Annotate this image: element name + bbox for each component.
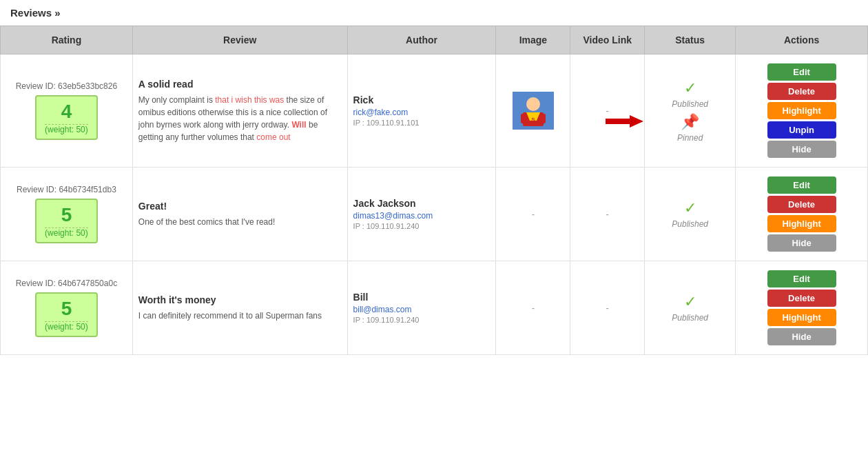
status-cell: ✓Published 📌 Pinned <box>645 54 736 168</box>
review-text: One of the best comics that I've read! <box>138 216 342 228</box>
edit-button[interactable]: Edit <box>767 63 836 81</box>
rating-weight: (weight: 50) <box>45 124 88 134</box>
col-review: Review <box>132 26 347 54</box>
author-cell: Bill bill@dimas.com IP : 109.110.91.240 <box>347 261 496 355</box>
highlight-button[interactable]: Highlight <box>767 102 836 119</box>
svg-marker-7 <box>606 115 643 128</box>
table-row: Review ID: 63eb5e33bc826 4 (weight: 50) … <box>1 54 868 168</box>
rating-box: 5 (weight: 50) <box>35 199 98 243</box>
hide-button[interactable]: Hide <box>767 328 836 345</box>
status-published-text: Published <box>672 313 708 323</box>
review-cell: Worth it's money I can definitely recomm… <box>132 261 347 355</box>
review-cell: A solid read My only complaint is that i… <box>132 54 347 168</box>
author-ip: IP : 109.110.91.240 <box>353 222 490 230</box>
reviews-link[interactable]: Reviews » <box>10 7 61 19</box>
svg-rect-6 <box>540 114 546 123</box>
image-cell: S <box>496 54 570 168</box>
author-ip: IP : 109.110.91.101 <box>353 119 490 127</box>
image-cell: - <box>496 261 570 355</box>
status-cell: ✓Published <box>645 261 736 355</box>
author-cell: Jack Jackson dimas13@dimas.com IP : 109.… <box>347 168 496 261</box>
author-email: rick@fake.com <box>353 108 490 117</box>
status-pinned-text: Pinned <box>677 133 703 143</box>
rating-value: 4 <box>45 101 88 123</box>
image-cell: - <box>496 168 570 261</box>
delete-button[interactable]: Delete <box>767 83 836 100</box>
author-ip: IP : 109.110.91.240 <box>353 316 490 324</box>
review-title: Great! <box>138 201 342 212</box>
review-image: S <box>513 92 554 130</box>
col-author: Author <box>347 26 496 54</box>
status-check-icon: ✓ <box>650 293 730 311</box>
rating-cell: Review ID: 64b6734f51db3 5 (weight: 50) <box>1 168 133 261</box>
rating-box: 4 (weight: 50) <box>35 95 98 140</box>
pinned-container: 📌 Pinned <box>650 113 730 143</box>
status-published-text: Published <box>672 219 708 229</box>
delete-button[interactable]: Delete <box>767 196 836 213</box>
edit-button[interactable]: Edit <box>767 270 836 287</box>
video-link-cell: - <box>570 54 645 168</box>
status-cell: ✓Published <box>645 168 736 261</box>
actions-cell: EditDeleteHighlightUnpinHide <box>736 54 868 168</box>
review-id: Review ID: 64b6747850a0c <box>6 279 127 288</box>
actions-cell: EditDeleteHighlightHide <box>736 261 868 355</box>
author-name: Jack Jackson <box>353 198 490 209</box>
review-text: I can definitely recommend it to all Sup… <box>138 310 342 322</box>
status-check-icon: ✓ <box>650 79 730 97</box>
hide-button[interactable]: Hide <box>767 141 836 158</box>
col-status: Status <box>645 26 736 54</box>
svg-text:S: S <box>531 117 535 123</box>
table-row: Review ID: 64b6734f51db3 5 (weight: 50) … <box>1 168 868 261</box>
video-link-value: - <box>606 303 609 313</box>
svg-point-1 <box>526 97 540 111</box>
author-name: Bill <box>353 292 490 303</box>
reviews-table: Rating Review Author Image Video Link St… <box>0 26 868 355</box>
rating-cell: Review ID: 64b6747850a0c 5 (weight: 50) <box>1 261 133 355</box>
col-rating: Rating <box>1 26 133 54</box>
red-arrow-right <box>606 113 643 130</box>
rating-weight: (weight: 50) <box>45 321 88 332</box>
review-title: A solid read <box>138 79 342 90</box>
unpin-button[interactable]: Unpin <box>767 121 836 139</box>
page-header: Reviews » <box>0 0 868 26</box>
edit-button[interactable]: Edit <box>767 176 836 194</box>
status-published-text: Published <box>672 99 708 109</box>
video-link-cell: - <box>570 261 645 355</box>
rating-box: 5 (weight: 50) <box>35 292 98 337</box>
hide-button[interactable]: Hide <box>767 234 836 252</box>
author-name: Rick <box>353 94 490 105</box>
highlight-button[interactable]: Highlight <box>767 215 836 232</box>
table-header-row: Rating Review Author Image Video Link St… <box>1 26 868 54</box>
no-image: - <box>532 303 535 313</box>
author-email: dimas13@dimas.com <box>353 211 490 221</box>
review-id: Review ID: 63eb5e33bc826 <box>6 81 127 91</box>
rating-weight: (weight: 50) <box>45 228 88 238</box>
table-row: Review ID: 64b6747850a0c 5 (weight: 50) … <box>1 261 868 355</box>
col-video-link: Video Link <box>570 26 645 54</box>
rating-value: 5 <box>45 204 88 226</box>
author-email: bill@dimas.com <box>353 305 490 314</box>
delete-button[interactable]: Delete <box>767 290 836 307</box>
video-link-value: - <box>606 209 609 219</box>
review-cell: Great! One of the best comics that I've … <box>132 168 347 261</box>
video-link-cell: - <box>570 168 645 261</box>
col-image: Image <box>496 26 570 54</box>
rating-cell: Review ID: 63eb5e33bc826 4 (weight: 50) <box>1 54 133 168</box>
highlight-button[interactable]: Highlight <box>767 309 836 326</box>
status-check-icon: ✓ <box>650 199 730 217</box>
rating-value: 5 <box>45 298 88 320</box>
svg-rect-5 <box>521 114 526 123</box>
col-actions: Actions <box>736 26 868 54</box>
actions-cell: EditDeleteHighlightHide <box>736 168 868 261</box>
review-id: Review ID: 64b6734f51db3 <box>6 185 127 194</box>
review-title: Worth it's money <box>138 294 342 305</box>
no-image: - <box>532 209 535 219</box>
pin-icon: 📌 <box>650 113 730 131</box>
review-text: My only complaint is that i wish this wa… <box>138 94 342 143</box>
author-cell: Rick rick@fake.com IP : 109.110.91.101 <box>347 54 496 168</box>
